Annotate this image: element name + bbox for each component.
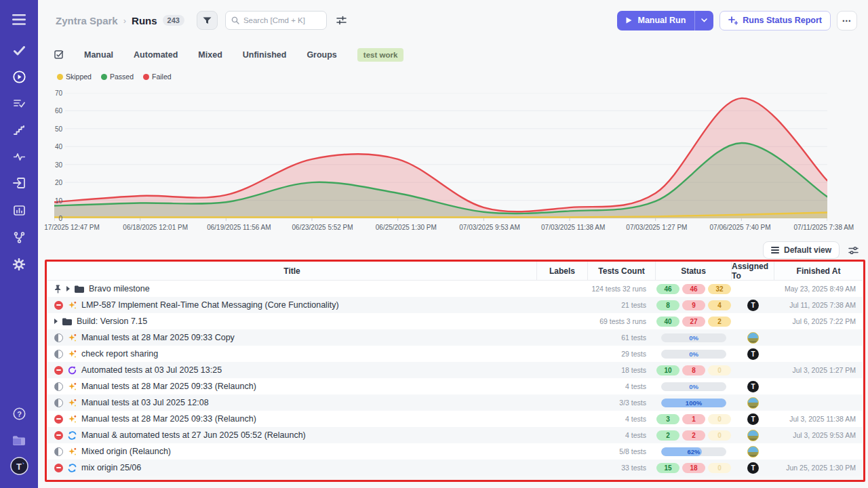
failed-count-badge: 8 (682, 365, 705, 375)
tests-count-cell: 3/3 tests (588, 399, 656, 407)
manual-run-split-button: Manual Run (617, 11, 713, 30)
title-cell: mix origin 25/06 (47, 463, 537, 472)
traceability-branch-icon[interactable] (0, 227, 38, 247)
breadcrumb-project[interactable]: Zyntra Spark (56, 15, 118, 26)
assignee-avatar[interactable] (747, 332, 759, 344)
tests-check-icon[interactable] (0, 41, 38, 61)
manual-origin-icon (68, 415, 77, 424)
activity-pulse-icon[interactable] (0, 146, 38, 167)
run-title[interactable]: Manual tests at 28 Mar 2025 09:33 (Relau… (81, 414, 256, 424)
table-row[interactable]: Manual tests at 28 Mar 2025 09:33 Copy 6… (47, 329, 863, 346)
table-row[interactable]: Build: Version 7.15 69 tests 3 runs 4027… (47, 313, 863, 329)
assignee-avatar[interactable]: T (747, 413, 759, 425)
legend-item-skipped[interactable]: Skipped (57, 73, 92, 81)
assignee-avatar[interactable] (747, 430, 759, 441)
title-cell: Manual tests at 03 Jul 2025 12:08 (47, 398, 537, 407)
run-title[interactable]: Manual & automated tests at 27 Jun 2025 … (81, 430, 306, 440)
table-row[interactable]: Manual tests at 28 Mar 2025 09:33 (Relau… (47, 378, 863, 394)
run-title[interactable]: check report sharing (81, 349, 158, 359)
user-avatar[interactable]: T (0, 455, 38, 476)
column-header-assigned-to[interactable]: Assigned To (732, 262, 774, 280)
table-row[interactable]: LMP-587 Implement Real-Time Chat Messagi… (47, 297, 863, 313)
help-icon[interactable]: ? (0, 403, 38, 424)
run-title[interactable]: Manual tests at 28 Mar 2025 09:33 (Relau… (81, 382, 256, 391)
tab-manual[interactable]: Manual (84, 50, 113, 60)
assignee-avatar[interactable]: T (747, 348, 759, 360)
progress-bar: 0% (661, 333, 726, 342)
title-cell: Manual tests at 28 Mar 2025 09:33 Copy (47, 333, 537, 342)
column-header-title[interactable]: Title (47, 262, 537, 280)
run-title[interactable]: Manual tests at 03 Jul 2025 12:08 (81, 398, 209, 407)
requirements-import-icon[interactable] (0, 173, 38, 193)
table-row[interactable]: Bravo milestone 124 tests 32 runs 464632… (47, 281, 863, 297)
run-title[interactable]: Bravo milestone (89, 284, 150, 293)
legend-label: Skipped (66, 73, 92, 81)
expand-caret-icon[interactable] (54, 319, 58, 324)
manual-run-button[interactable]: Manual Run (617, 11, 694, 30)
more-options-button[interactable]: ⋯ (837, 11, 857, 30)
projects-folder-icon[interactable] (0, 430, 38, 451)
manual-origin-icon (68, 350, 77, 359)
search-icon (231, 16, 239, 24)
tab-unfinished[interactable]: Unfinished (243, 50, 287, 60)
runs-area-chart (54, 93, 827, 223)
default-view-button[interactable]: Default view (763, 241, 840, 259)
test-plans-icon[interactable] (0, 94, 38, 114)
column-header-labels[interactable]: Labels (537, 262, 588, 280)
tab-automated[interactable]: Automated (134, 50, 178, 60)
reports-chart-icon[interactable] (0, 200, 38, 220)
table-row[interactable]: Manual tests at 03 Jul 2025 12:08 3/3 te… (47, 394, 863, 411)
filter-tag-test-work[interactable]: test work (357, 48, 404, 62)
breadcrumb-page[interactable]: Runs (132, 15, 157, 26)
filter-button[interactable] (197, 11, 218, 30)
x-axis-tick-label: 06/23/2025 5:52 PM (292, 224, 353, 231)
search-box[interactable] (225, 11, 327, 30)
table-row[interactable]: Automated tests at 03 Jul 2025 13:25 18 … (47, 362, 863, 378)
adjustments-icon[interactable] (336, 16, 347, 25)
tab-mixed[interactable]: Mixed (198, 50, 222, 60)
mixed-origin-icon (68, 464, 77, 472)
assignee-avatar[interactable]: T (747, 462, 759, 474)
assignee-avatar[interactable]: T (747, 300, 759, 311)
assignee-avatar[interactable]: T (747, 381, 759, 392)
failed-run-state-icon (54, 301, 63, 310)
milestones-icon[interactable] (0, 120, 38, 140)
table-row[interactable]: mix origin 25/06 33 tests 15180 T Jun 25… (47, 460, 863, 476)
select-runs-icon[interactable] (54, 50, 64, 60)
passed-count-badge: 40 (656, 317, 679, 327)
assigned-to-cell: T (732, 462, 774, 474)
table-row[interactable]: Manual tests at 28 Mar 2025 09:33 (Relau… (47, 411, 863, 427)
run-title[interactable]: Manual tests at 28 Mar 2025 09:33 Copy (81, 333, 235, 342)
run-title[interactable]: Mixed origin (Relaunch) (81, 447, 171, 456)
search-input[interactable] (243, 16, 318, 24)
table-row[interactable]: Mixed origin (Relaunch) 5/8 tests 62% (47, 443, 863, 460)
run-title[interactable]: Automated tests at 03 Jul 2025 13:25 (81, 365, 222, 375)
runs-play-icon[interactable] (0, 66, 38, 87)
expand-caret-icon[interactable] (66, 286, 70, 291)
table-row[interactable]: check report sharing 29 tests 0% T (47, 346, 863, 362)
menu-icon[interactable] (0, 9, 38, 30)
tests-count-cell: 69 tests 3 runs (588, 317, 656, 325)
column-header-status[interactable]: Status (656, 262, 732, 280)
tab-groups[interactable]: Groups (307, 50, 336, 60)
run-title[interactable]: mix origin 25/06 (81, 463, 141, 472)
assignee-avatar[interactable] (747, 446, 759, 458)
failed-count-badge: 1 (682, 414, 705, 424)
status-cell: 310 (656, 414, 732, 424)
run-title[interactable]: Build: Version 7.15 (77, 317, 147, 326)
legend-item-failed[interactable]: Failed (143, 73, 172, 81)
x-axis-tick-label: 06/18/2025 12:01 PM (123, 224, 188, 231)
settings-gear-icon[interactable] (0, 254, 38, 274)
column-header-tests-count[interactable]: Tests Count (588, 262, 656, 280)
manual-run-dropdown-button[interactable] (695, 11, 713, 30)
run-title[interactable]: LMP-587 Implement Real-Time Chat Messagi… (81, 300, 339, 310)
table-settings-icon[interactable] (848, 246, 859, 255)
title-cell: Manual & automated tests at 27 Jun 2025 … (47, 430, 537, 440)
x-axis-tick-label: 07/03/2025 11:38 AM (541, 224, 605, 231)
assignee-avatar[interactable] (747, 397, 759, 409)
column-header-finished-at[interactable]: Finished At (774, 262, 863, 280)
runs-table: TitleLabelsTests CountStatusAssigned ToF… (47, 262, 863, 476)
legend-item-passed[interactable]: Passed (101, 73, 134, 81)
table-row[interactable]: Manual & automated tests at 27 Jun 2025 … (47, 427, 863, 443)
runs-status-report-button[interactable]: Runs Status Report (719, 11, 831, 30)
